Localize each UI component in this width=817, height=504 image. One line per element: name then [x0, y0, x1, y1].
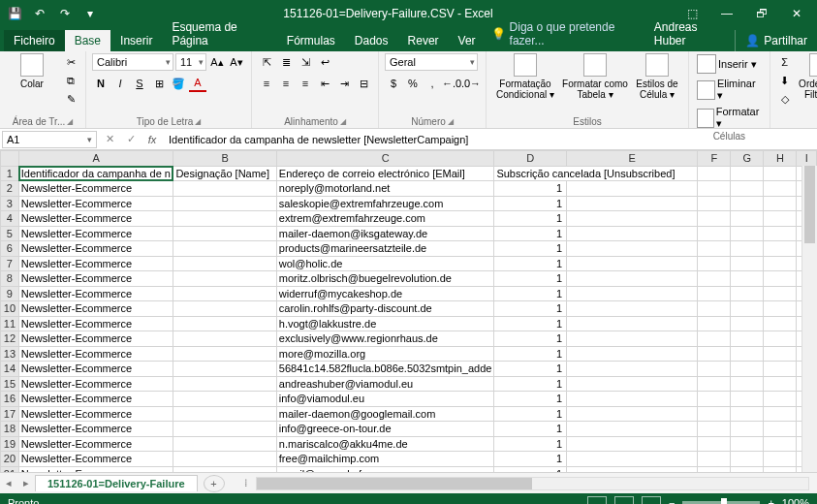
align-bottom-icon[interactable]: ⇲ [297, 53, 314, 71]
cell[interactable]: 1 [494, 436, 567, 452]
column-header[interactable]: C [276, 151, 494, 167]
tab-data[interactable]: Dados [345, 30, 398, 51]
cell[interactable]: 1 [494, 241, 567, 257]
cell[interactable]: moritz.olbrisch@buegelrevolution.de [276, 271, 494, 287]
cell[interactable] [173, 316, 276, 331]
cell[interactable]: extrem@extremfahrzeuge.com [276, 211, 494, 227]
cell[interactable] [764, 226, 797, 241]
row-header[interactable]: 9 [1, 286, 19, 301]
row-header[interactable]: 10 [1, 301, 19, 317]
row-header[interactable]: 13 [1, 346, 19, 362]
column-header[interactable]: I [797, 151, 817, 167]
cell[interactable]: h.vogt@lakkustre.de [276, 316, 494, 331]
cell[interactable] [567, 346, 698, 362]
cell[interactable] [731, 376, 764, 392]
row-header[interactable]: 19 [1, 436, 19, 452]
currency-icon[interactable]: $ [385, 75, 402, 92]
align-right-icon[interactable]: ≡ [297, 75, 314, 92]
name-box[interactable]: A1 [2, 131, 97, 148]
cell[interactable] [698, 241, 731, 257]
cell[interactable]: Newsletter-Ecommerce [18, 331, 173, 347]
format-cells-button[interactable]: Formatar ▾ [695, 105, 764, 131]
cell[interactable] [567, 301, 698, 317]
cell[interactable] [567, 256, 698, 271]
fill-icon[interactable]: ⬇ [776, 72, 794, 89]
row-header[interactable]: 1 [1, 166, 19, 181]
dialog-launcher-icon[interactable]: ◢ [448, 117, 454, 126]
cancel-formula-icon[interactable]: ✕ [99, 130, 120, 149]
row-header[interactable]: 6 [1, 241, 19, 257]
cell[interactable]: 1 [494, 331, 567, 347]
align-top-icon[interactable]: ⇱ [258, 53, 275, 71]
cell[interactable]: n.mariscalco@akku4me.de [276, 436, 494, 452]
cell[interactable] [731, 196, 764, 211]
vertical-scrollbar[interactable] [801, 166, 817, 472]
zoom-thumb[interactable] [721, 498, 727, 504]
scrollbar-thumb[interactable] [804, 166, 815, 243]
cell[interactable] [567, 436, 698, 452]
shrink-font-icon[interactable]: A▾ [228, 53, 245, 71]
increase-indent-icon[interactable]: ⇥ [335, 75, 353, 92]
horizontal-scrollbar[interactable] [256, 477, 809, 490]
cell[interactable] [567, 452, 698, 467]
percent-icon[interactable]: % [404, 75, 422, 92]
cell[interactable] [173, 392, 276, 407]
cell[interactable] [567, 422, 698, 437]
cell[interactable] [567, 466, 698, 472]
cell[interactable]: saleskopie@extremfahrzeuge.com [276, 196, 494, 211]
cell[interactable]: Newsletter-Ecommerce [18, 226, 173, 241]
cell[interactable] [764, 301, 797, 317]
cell[interactable]: 1 [494, 452, 567, 467]
cell[interactable] [173, 362, 276, 377]
wrap-text-icon[interactable]: ↩ [316, 53, 333, 71]
column-header[interactable]: A [18, 151, 173, 167]
cell[interactable] [173, 211, 276, 227]
cell[interactable] [567, 316, 698, 331]
add-sheet-button[interactable]: + [204, 475, 225, 492]
cell[interactable] [731, 271, 764, 287]
font-size-combo[interactable]: 11 [175, 53, 206, 71]
tab-formulas[interactable]: Fórmulas [277, 30, 345, 51]
cell[interactable] [567, 241, 698, 257]
cell[interactable] [764, 211, 797, 227]
cell[interactable] [698, 422, 731, 437]
cell[interactable]: Newsletter-Ecommerce [18, 362, 173, 377]
cell[interactable] [731, 331, 764, 347]
cell[interactable]: 1 [494, 392, 567, 407]
cell[interactable] [731, 211, 764, 227]
tell-me-box[interactable]: 💡 Diga o que pretende fazer... [486, 16, 644, 51]
tab-view[interactable]: Ver [449, 30, 486, 51]
cell[interactable] [731, 436, 764, 452]
sheet-tab[interactable]: 151126-01=Delivery-Failure [35, 475, 198, 491]
cell[interactable]: 1 [494, 376, 567, 392]
cell[interactable] [731, 256, 764, 271]
cell[interactable] [173, 181, 276, 197]
cell[interactable] [731, 362, 764, 377]
row-header[interactable]: 5 [1, 226, 19, 241]
column-header[interactable]: H [764, 151, 797, 167]
align-middle-icon[interactable]: ≣ [277, 53, 295, 71]
column-header[interactable]: F [698, 151, 731, 167]
cell[interactable] [173, 196, 276, 211]
cell[interactable] [698, 362, 731, 377]
cell[interactable] [698, 406, 731, 422]
cell[interactable] [698, 376, 731, 392]
column-header[interactable]: E [567, 151, 698, 167]
cell[interactable]: Newsletter-Ecommerce [18, 422, 173, 437]
cell[interactable] [173, 346, 276, 362]
cell[interactable] [173, 422, 276, 437]
cell[interactable]: Newsletter-Ecommerce [18, 271, 173, 287]
cell[interactable] [698, 316, 731, 331]
cell[interactable] [764, 316, 797, 331]
cell[interactable] [698, 166, 731, 181]
cell[interactable]: Newsletter-Ecommerce [18, 256, 173, 271]
sheet-nav-right-icon[interactable]: ▸ [17, 477, 35, 489]
cell[interactable] [731, 346, 764, 362]
cell[interactable] [764, 346, 797, 362]
dialog-launcher-icon[interactable]: ◢ [340, 117, 346, 126]
cell[interactable]: Newsletter-Ecommerce [18, 286, 173, 301]
cell[interactable]: Subscrição cancelada [Unsubscribed] [494, 166, 698, 181]
cell[interactable] [731, 226, 764, 241]
tab-base[interactable]: Base [65, 30, 110, 51]
share-button[interactable]: 👤 Partilhar [735, 30, 817, 51]
